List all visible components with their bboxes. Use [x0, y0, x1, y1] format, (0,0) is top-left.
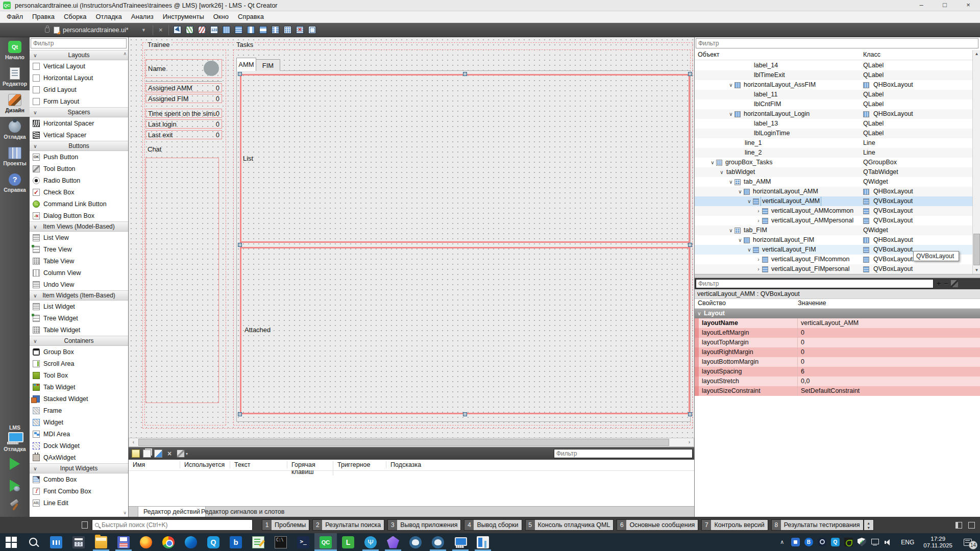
vertical-layout-icon[interactable] — [233, 24, 245, 36]
object-tree-row[interactable]: line_1 Line — [695, 138, 972, 148]
debug-run-button[interactable] — [10, 480, 20, 492]
chrome-icon[interactable] — [157, 533, 180, 551]
start-icon[interactable] — [0, 533, 22, 551]
tray-app-icon[interactable] — [789, 533, 802, 551]
widget-box-item[interactable]: List Widget — [30, 300, 128, 312]
right-sidebar-toggle-icon[interactable] — [968, 522, 975, 529]
menu-item[interactable]: Окно — [209, 11, 233, 22]
widget-box-item[interactable]: QAxWidget — [30, 452, 128, 463]
scroll-down-icon[interactable]: ▼ — [973, 266, 980, 274]
widget-box-item[interactable]: Line Edit — [30, 497, 128, 509]
menu-item[interactable]: Анализ — [127, 11, 158, 22]
close-button[interactable]: × — [957, 0, 980, 11]
object-tree-row[interactable]: › verticalLayout_FIMpersonal QVBoxLayout — [695, 264, 972, 274]
notepad-app-icon[interactable] — [247, 533, 270, 551]
selection-handle[interactable] — [238, 412, 242, 416]
selection-handle[interactable] — [463, 72, 467, 76]
section-header-item-views[interactable]: ∨Item Views (Model-Based) — [30, 221, 128, 232]
property-value[interactable]: verticalLayout_AMM — [798, 318, 980, 328]
selection-handle[interactable] — [238, 243, 242, 247]
expander-icon[interactable]: › — [755, 206, 762, 216]
expander-icon[interactable]: ∨ — [727, 109, 734, 119]
object-inspector-scrollbar[interactable]: ▲ ▼ — [972, 50, 980, 274]
column-header[interactable]: Класс — [863, 51, 880, 58]
object-inspector-filter-input[interactable] — [696, 38, 978, 48]
tab-fim[interactable]: FIM — [256, 59, 280, 71]
scroll-right-icon[interactable]: › — [685, 438, 694, 446]
chevron-up-icon[interactable] — [775, 533, 789, 551]
defender-icon[interactable] — [855, 533, 868, 551]
object-tree-row[interactable]: ∨ tabWidget QTabWidget — [695, 167, 972, 177]
selection-handle[interactable] — [463, 412, 467, 416]
menu-item[interactable]: Сборка — [59, 11, 91, 22]
selection-handle[interactable] — [688, 412, 692, 416]
expander-icon[interactable]: › — [755, 264, 762, 274]
edit-signals-icon[interactable] — [184, 24, 196, 36]
property-row[interactable]: layoutName verticalLayout_AMM — [695, 318, 980, 328]
widget-box-item[interactable]: Form Layout — [30, 95, 128, 107]
form-layout-icon[interactable] — [270, 24, 282, 36]
selection-handle[interactable] — [688, 72, 692, 76]
volume-icon[interactable] — [881, 533, 895, 551]
section-header-spacers[interactable]: ∨Spacers — [30, 107, 128, 117]
widget-box-item[interactable]: Undo View — [30, 279, 128, 290]
mode-item[interactable]: Редактор — [0, 64, 30, 90]
mail-app-icon[interactable] — [225, 533, 247, 551]
property-filter-input[interactable] — [696, 279, 934, 288]
postgresql-icon[interactable] — [427, 533, 449, 551]
explorer-icon[interactable] — [90, 533, 112, 551]
widget-box-item[interactable]: Horizontal Spacer — [30, 117, 128, 129]
object-tree-row[interactable]: › verticalLayout_AMMcommon QVBoxLayout — [695, 206, 972, 216]
output-pane-button[interactable]: 7 Контроль версий — [701, 519, 768, 531]
expander-icon[interactable]: ∨ — [727, 226, 734, 235]
adjust-size-icon[interactable] — [306, 24, 318, 36]
calculator-icon[interactable] — [67, 533, 90, 551]
widget-box-item[interactable]: Tree View — [30, 243, 128, 255]
mode-item[interactable]: Справка — [0, 170, 30, 196]
widget-box-item[interactable]: Push Button — [30, 151, 128, 163]
run-button[interactable] — [10, 458, 20, 470]
property-row[interactable]: layoutBottomMargin 0 — [695, 357, 980, 367]
object-tree-row[interactable]: ∨ horizontalLayout_AMM QHBoxLayout — [695, 187, 972, 196]
output-pane-button[interactable]: 1 Проблемы — [262, 519, 309, 531]
grid-layout-icon[interactable] — [282, 24, 294, 36]
output-pane-button[interactable]: 5 Консоль отладчика QML — [525, 519, 614, 531]
widget-box-item[interactable]: List View — [30, 232, 128, 243]
property-value[interactable]: 6 — [798, 367, 980, 377]
widget-box-item[interactable]: Tool Button — [30, 163, 128, 174]
object-tree-row[interactable]: lblTimeExit QLabel — [695, 70, 972, 80]
menu-item[interactable]: Правка — [28, 11, 59, 22]
edge-icon[interactable] — [180, 533, 202, 551]
delete-action-icon[interactable] — [165, 449, 174, 458]
object-tree-row[interactable]: lblCntFIM QLabel — [695, 99, 972, 109]
expander-icon[interactable]: ∨ — [746, 196, 753, 206]
object-tree-row[interactable]: ∨ horizontalLayout_FIM QHBoxLayout — [695, 235, 972, 245]
output-pane-button[interactable]: 3 Вывод приложения — [387, 519, 461, 531]
object-tree-row[interactable]: › verticalLayout_AMMpersonal QVBoxLayout — [695, 216, 972, 226]
firefox-icon[interactable] — [135, 533, 157, 551]
widget-box-item[interactable]: Command Link Button — [30, 198, 128, 210]
output-pane-button[interactable]: 8 Результаты тестирования — [771, 519, 864, 531]
object-tree-row[interactable]: ∨ groupBox_Tasks QGroupBox — [695, 158, 972, 167]
column-header[interactable]: Текст — [234, 461, 287, 468]
column-header[interactable]: Объект — [698, 51, 720, 58]
widget-box-item[interactable]: Vertical Layout — [30, 60, 128, 72]
chevron-down-icon[interactable]: ▼ — [141, 28, 146, 33]
property-value[interactable]: SetDefaultConstraint — [798, 386, 980, 396]
widget-box-item[interactable]: Radio Button — [30, 174, 128, 186]
splitter-horizontal-icon[interactable] — [245, 24, 257, 36]
configure-actions-icon[interactable] — [177, 449, 185, 458]
object-tree-row[interactable]: label_14 QLabel — [695, 61, 972, 70]
property-row[interactable]: layoutStretch 0,0 — [695, 377, 980, 386]
kit-selector-icon[interactable] — [7, 432, 22, 444]
scroll-left-icon[interactable]: ‹ — [129, 438, 138, 446]
stat-row[interactable]: Last exit 0 — [145, 130, 222, 139]
form-editor-canvas[interactable]: Trainee Name Assigned AMM 0 Assigned FIM… — [129, 37, 694, 438]
output-pane-button[interactable]: 6 Основные сообщения — [617, 519, 698, 531]
mode-item[interactable]: Дизайн — [0, 90, 30, 117]
widget-box-item[interactable]: Combo Box — [30, 473, 128, 485]
stat-row[interactable]: Time spent on the simulator 0 — [145, 109, 222, 118]
edit-action-icon[interactable] — [154, 449, 162, 458]
section-header-buttons[interactable]: ∨Buttons — [30, 141, 128, 151]
widget-box-item[interactable]: Tab Widget — [30, 381, 128, 393]
